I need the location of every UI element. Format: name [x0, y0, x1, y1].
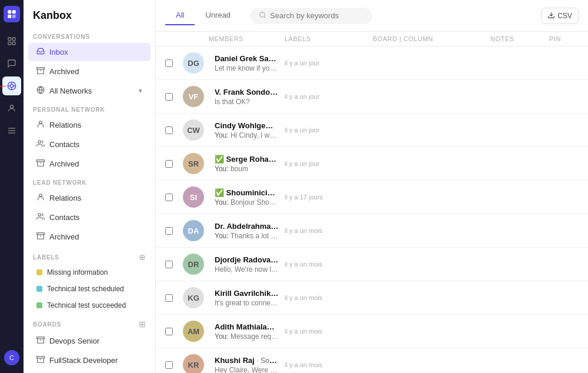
- table-row[interactable]: KR Khushi Raj · Social Media Marketer He…: [156, 348, 588, 373]
- sidebar-icon-network[interactable]: ←: [2, 76, 21, 95]
- message-preview: Is that OK?: [215, 98, 279, 106]
- sidebar-item-personal-archived[interactable]: Archived: [28, 155, 151, 173]
- label-dot-tech-scheduled: [36, 286, 42, 292]
- avatar: DR: [183, 254, 204, 275]
- avatar: AM: [183, 321, 204, 342]
- message-time: il y a un jour: [285, 93, 373, 100]
- table-row[interactable]: CW Cindy Wohlgemuth · Wenn jeder "nur" d…: [156, 114, 588, 147]
- svg-point-22: [39, 121, 42, 124]
- row-checkbox[interactable]: [165, 160, 183, 168]
- tab-unread[interactable]: Unread: [195, 6, 241, 25]
- red-arrow-indicator: ←: [0, 80, 8, 92]
- csv-download-button[interactable]: CSV: [541, 8, 579, 24]
- row-checkbox[interactable]: [165, 294, 183, 302]
- table-row[interactable]: SR ✅ Serge Rohani · UX / UI You: boum il…: [156, 147, 588, 181]
- message-content: Khushi Raj · Social Media Marketer Hey C…: [209, 356, 285, 374]
- message-content: Kirill Gavrilchik · Full-stack Developer…: [209, 289, 285, 307]
- label-item-tech-scheduled[interactable]: Technical test scheduled: [28, 281, 151, 297]
- sidebar: Kanbox CONVERSATIONS Inbox Archived: [24, 0, 156, 373]
- sender-name: ✅ Serge Rohani · UX / UI: [215, 155, 279, 164]
- sidebar-item-fullstack[interactable]: FullStack Developer: [28, 351, 151, 369]
- sender-name: ✅ Shouminicia IGUIESSI · j'intègre un Ma…: [215, 188, 279, 197]
- lead-contacts-label: Contacts: [49, 213, 79, 222]
- topbar: All Unread CSV: [156, 0, 588, 32]
- topbar-actions: CSV: [541, 8, 579, 24]
- svg-rect-28: [37, 233, 45, 235]
- message-time: il y a un mois: [285, 294, 373, 301]
- row-checkbox[interactable]: [165, 93, 183, 101]
- lead-relations-icon: [36, 193, 45, 203]
- search-bar[interactable]: [250, 8, 372, 24]
- sidebar-item-lead-contacts[interactable]: Contacts: [28, 208, 151, 227]
- lead-archived-icon: [36, 232, 45, 242]
- search-input[interactable]: [270, 11, 364, 20]
- message-time: il y a un mois: [285, 227, 373, 234]
- svg-rect-4: [8, 38, 11, 41]
- table-row[interactable]: DR Djordje Radovanovic · Co-Founder & Ch…: [156, 248, 588, 281]
- message-preview: You: Thanks a lot for the feedbacks! The…: [215, 232, 279, 240]
- table-row[interactable]: DA Dr. Abdelrahman Attaallah · Creativit…: [156, 214, 588, 248]
- personal-network-label: PERSONAL NETWORK: [24, 101, 155, 115]
- sidebar-icon-home[interactable]: [2, 32, 21, 51]
- table-row[interactable]: AM Adith Mathialagan · Marketing Strateg…: [156, 315, 588, 348]
- svg-point-9: [10, 84, 13, 87]
- download-icon: [547, 11, 555, 21]
- table-row[interactable]: VF V. Frank Sondors 🚀 · Launching on Pro…: [156, 80, 588, 114]
- table-row[interactable]: SI ✅ Shouminicia IGUIESSI · j'intègre un…: [156, 181, 588, 214]
- sidebar-icon-messages[interactable]: [2, 54, 21, 73]
- svg-rect-6: [8, 42, 11, 45]
- message-preview: You: Message request accepted: [215, 332, 279, 341]
- message-preview: You: boum: [215, 165, 279, 173]
- sender-name: Dr. Abdelrahman Attaallah · Creativity M…: [215, 222, 279, 231]
- sidebar-item-devops[interactable]: Devops Senior: [28, 332, 151, 350]
- row-checkbox[interactable]: [165, 227, 183, 235]
- user-avatar-icon[interactable]: C: [2, 348, 21, 367]
- table-row[interactable]: KG Kirill Gavrilchik · Full-stack Develo…: [156, 281, 588, 315]
- sender-name: Khushi Raj · Social Media Marketer: [215, 356, 279, 365]
- lead-contacts-icon: [36, 212, 45, 222]
- sidebar-item-personal-relations[interactable]: Relations: [28, 116, 151, 134]
- label-item-missing-info[interactable]: Missing information: [28, 265, 151, 280]
- user-avatar: C: [4, 350, 19, 365]
- avatar: DG: [183, 52, 204, 74]
- col-labels: Labels: [285, 35, 373, 42]
- message-preview: You: Hi Cindy, I would like to get in to…: [215, 131, 279, 139]
- row-checkbox[interactable]: [165, 194, 183, 201]
- sidebar-item-archived-conv[interactable]: Archived: [28, 62, 151, 81]
- avatar: VF: [183, 86, 204, 107]
- all-networks-item[interactable]: All Networks ▾: [28, 82, 151, 100]
- row-checkbox[interactable]: [165, 59, 183, 67]
- svg-point-27: [38, 214, 41, 217]
- row-checkbox[interactable]: [165, 361, 183, 369]
- message-time: il y a un jour: [285, 160, 373, 167]
- svg-rect-7: [12, 42, 15, 45]
- table-row[interactable]: DG Daniel Grek Sanchez Castellanos · Sen…: [156, 46, 588, 80]
- labels-section-label: LABELS: [33, 254, 59, 261]
- devops-icon: [36, 336, 45, 346]
- sidebar-icon-list[interactable]: [2, 121, 21, 140]
- personal-contacts-icon: [36, 139, 45, 149]
- all-networks-label: All Networks: [49, 86, 92, 95]
- sidebar-item-lead-archived[interactable]: Archived: [28, 228, 151, 246]
- message-content: Dr. Abdelrahman Attaallah · Creativity M…: [209, 222, 285, 240]
- message-content: V. Frank Sondors 🚀 · Launching on Produc…: [209, 88, 285, 106]
- add-board-icon[interactable]: ⊞: [139, 319, 146, 329]
- avatar: KR: [183, 354, 204, 373]
- sidebar-item-inbox[interactable]: Inbox: [28, 43, 151, 61]
- sidebar-item-account[interactable]: Account Executive: [28, 371, 151, 373]
- all-networks-icon: [36, 86, 45, 96]
- message-list: DG Daniel Grek Sanchez Castellanos · Sen…: [156, 46, 588, 373]
- sidebar-item-lead-relations[interactable]: Relations: [28, 189, 151, 207]
- message-time: il y a un jour: [285, 126, 373, 134]
- svg-rect-1: [12, 10, 16, 14]
- tab-all[interactable]: All: [165, 6, 195, 25]
- row-checkbox[interactable]: [165, 261, 183, 268]
- svg-rect-0: [8, 10, 11, 14]
- sidebar-item-personal-contacts[interactable]: Contacts: [28, 135, 151, 154]
- add-label-icon[interactable]: ⊕: [139, 252, 146, 262]
- row-checkbox[interactable]: [165, 328, 183, 335]
- inbox-label: Inbox: [49, 48, 68, 56]
- label-item-tech-succeeded[interactable]: Technical test succeeded: [28, 298, 151, 313]
- row-checkbox[interactable]: [165, 126, 183, 134]
- sidebar-icon-people[interactable]: [2, 99, 21, 118]
